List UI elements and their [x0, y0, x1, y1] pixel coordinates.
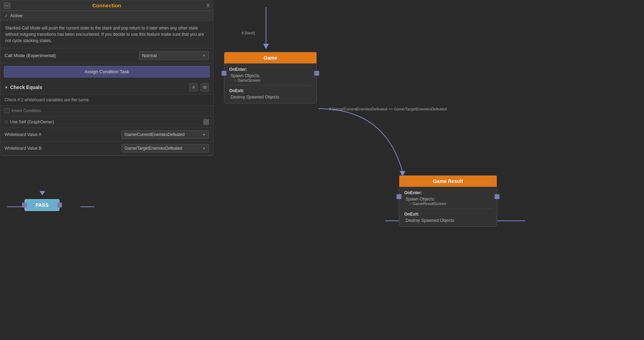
whiteboard-a-label: Whiteboard Value A: [5, 132, 50, 137]
connection-panel: — Connection X ✓ Active Stacked Call Mod…: [0, 0, 214, 156]
game-onexit-label: OnExit:: [229, 88, 312, 93]
whiteboard-a-dropdown-icon: ▼: [202, 133, 206, 137]
invert-label: Invert Condition: [12, 108, 41, 113]
game-node[interactable]: Game OnEnter: Spawn Objects: ○ GameScree…: [224, 52, 317, 103]
condition-label: If Game/CurrentEnemiesDefeated == Game/T…: [329, 107, 447, 111]
whiteboard-b-row: Whiteboard Value B Game/TargetEnemiesDef…: [0, 142, 213, 155]
call-mode-select[interactable]: Normal ▼: [139, 51, 209, 60]
game-result-spawn-item: ○ GameResultScreen: [409, 202, 492, 206]
call-mode-label: Call Mode (Experimental): [5, 53, 56, 58]
game-spawn-label: Spawn Objects:: [231, 73, 312, 78]
hash-icon-button[interactable]: #: [189, 83, 198, 91]
game-result-onenter-label: OnEnter:: [404, 190, 492, 195]
close-button[interactable]: X: [206, 3, 210, 8]
pass-port-right[interactable]: [57, 203, 62, 208]
check-equals-title: Check Equals: [10, 84, 42, 90]
active-section: ✓ Active: [0, 11, 213, 21]
description-text: Stacked Call Mode will push the current …: [0, 21, 213, 48]
whiteboard-b-select[interactable]: Game/TargetEnemiesDefeated ▼: [121, 144, 209, 152]
game-destroy-label: Destroy Spawned Objects: [231, 95, 312, 100]
game-result-port-right[interactable]: [495, 194, 499, 199]
game-result-node[interactable]: Game Result OnEnter: Spawn Objects: ○ Ga…: [399, 175, 497, 227]
check-equals-header: ▼ Check Equals # ⚙: [0, 80, 213, 95]
pass-port-left[interactable]: [22, 203, 27, 208]
call-mode-value: Normal: [142, 53, 157, 58]
game-result-onexit-label: OnExit:: [404, 212, 492, 217]
assign-condition-button[interactable]: Assign Condition Task: [4, 66, 210, 77]
whiteboard-b-label: Whiteboard Value B: [5, 146, 50, 151]
minimize-button[interactable]: —: [4, 2, 10, 9]
dropdown-arrow-icon: ▼: [202, 54, 206, 57]
game-result-spawn-label: Spawn Objects:: [406, 197, 492, 202]
active-label[interactable]: Active: [10, 13, 22, 18]
invert-condition-row: Invert Condition: [0, 106, 213, 116]
game-result-port-left[interactable]: [397, 194, 401, 199]
pass-node[interactable]: PASS: [24, 199, 59, 211]
settings-icon-button[interactable]: ⚙: [201, 83, 209, 91]
game-node-port-left[interactable]: [222, 71, 226, 76]
whiteboard-a-value: Game/CurrentEnemiesDefeated: [125, 132, 184, 137]
game-result-title: Game Result: [399, 176, 497, 187]
panel-titlebar: — Connection X: [0, 0, 213, 11]
use-self-toggle[interactable]: [203, 119, 209, 125]
use-self-row: ⬡ Use Self (GraphOwner): [0, 116, 213, 128]
pass-arrow: [40, 191, 45, 195]
svg-marker-0: [263, 44, 269, 49]
whiteboard-b-value: Game/TargetEnemiesDefeated: [125, 146, 182, 151]
check-equals-description: Check if 2 whiteboard variables are the …: [0, 95, 213, 106]
graph-owner-icon: ⬡: [5, 120, 8, 124]
panel-title: Connection: [92, 2, 121, 8]
if-next-label: If [Next]: [241, 31, 255, 35]
game-node-title: Game: [224, 52, 316, 63]
active-checkmark: ✓: [5, 13, 8, 18]
whiteboard-a-select[interactable]: Game/CurrentEnemiesDefeated ▼: [121, 130, 209, 139]
collapse-icon[interactable]: ▼: [5, 86, 8, 89]
game-spawn-item: ○ GameScreen: [234, 78, 312, 82]
game-onenter-label: OnEnter:: [229, 67, 312, 72]
game-result-destroy-label: Destroy Spawned Objects: [406, 218, 492, 223]
use-self-label: Use Self (GraphOwner): [10, 120, 54, 124]
invert-checkbox[interactable]: [5, 108, 9, 113]
call-mode-row: Call Mode (Experimental) Normal ▼: [0, 48, 213, 63]
whiteboard-a-row: Whiteboard Value A Game/CurrentEnemiesDe…: [0, 128, 213, 142]
game-node-port-right[interactable]: [314, 71, 319, 76]
whiteboard-b-dropdown-icon: ▼: [202, 147, 206, 150]
pass-label: PASS: [35, 202, 48, 208]
